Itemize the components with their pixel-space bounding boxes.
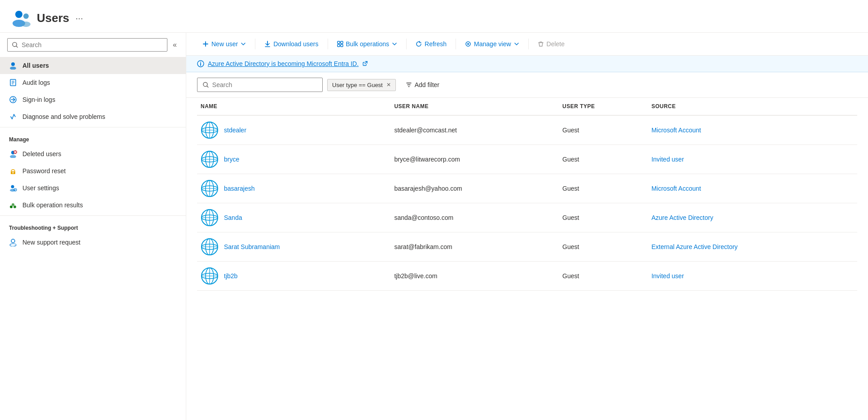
user-name-link[interactable]: bryce [224,156,239,163]
bulk-label: Bulk operations [346,40,390,48]
table-row: bryce bryce@litwarecorp.comGuestInvited … [197,145,857,174]
svg-point-30 [13,206,16,208]
svg-point-46 [200,62,201,63]
svg-rect-43 [540,42,542,43]
source-link[interactable]: Invited user [651,272,684,280]
source-link[interactable]: External Azure Active Directory [651,243,737,250]
sidebar-item-new-support[interactable]: New support request [0,234,186,251]
sidebar-search-input[interactable] [22,41,162,48]
sidebar-item-audit-logs[interactable]: Audit logs [0,74,186,91]
sidebar-item-label-diagnose: Diagnose and solve problems [22,113,105,120]
users-page-icon [11,7,32,29]
cell-usertype: Guest [559,174,648,203]
svg-point-18 [10,155,16,158]
user-name-link[interactable]: tjb2b [224,272,237,280]
toolbar-separator-5 [528,39,529,49]
add-filter-button[interactable]: Add filter [400,79,445,91]
user-avatar-icon [201,150,219,168]
filter-chip-remove-button[interactable]: ✕ [386,82,391,88]
sidebar-search-box[interactable] [7,38,167,52]
new-user-button[interactable]: New user [197,37,251,51]
all-users-icon [9,61,17,70]
deleted-users-icon [9,150,17,158]
main-content: New user Download users [186,33,868,420]
svg-line-15 [12,114,14,119]
manage-view-chevron-icon [514,41,519,47]
new-user-chevron-icon [241,41,246,47]
cell-source[interactable]: Microsoft Account [648,174,857,203]
sidebar-item-deleted-users[interactable]: Deleted users [0,145,186,162]
user-avatar-icon [201,267,219,285]
sidebar-item-label-audit-logs: Audit logs [22,79,50,86]
cell-username: sanda@contoso.com [390,203,559,232]
svg-point-23 [13,172,14,174]
svg-point-0 [15,11,22,18]
user-avatar-icon [201,179,219,197]
download-users-button[interactable]: Download users [259,37,324,51]
svg-point-42 [467,43,469,45]
user-name-link[interactable]: Sarat Subramaniam [224,243,280,250]
sidebar-item-diagnose[interactable]: Diagnose and solve problems [0,108,186,125]
main-search-box[interactable] [197,78,323,92]
sidebar-collapse-button[interactable]: « [171,39,179,51]
cell-name: Sanda [197,203,390,232]
cell-usertype: Guest [559,232,648,262]
svg-point-7 [10,67,16,70]
search-icon [12,42,18,48]
delete-icon [538,41,544,47]
cell-username: sarat@fabrikam.com [390,232,559,262]
table-row: basarajesh basarajesh@yahoo.comGuestMicr… [197,174,857,203]
diagnose-icon [9,113,17,121]
source-link[interactable]: Microsoft Account [651,127,701,134]
user-name-link[interactable]: Sanda [224,214,242,221]
source-link[interactable]: Azure Active Directory [651,214,713,221]
col-header-usertype: USER TYPE [559,98,648,115]
cell-source[interactable]: External Azure Active Directory [648,232,857,262]
user-name-link[interactable]: basarajesh [224,185,255,192]
sidebar-item-user-settings[interactable]: User settings [0,179,186,197]
download-icon [264,41,271,47]
cell-source[interactable]: Azure Active Directory [648,203,857,232]
cell-source[interactable]: Invited user [648,262,857,291]
sidebar-item-bulk-results[interactable]: Bulk operation results [0,197,186,214]
bulk-operations-button[interactable]: Bulk operations [332,37,403,51]
delete-label: Delete [547,40,565,48]
manage-view-button[interactable]: Manage view [460,37,525,51]
sidebar-item-label-new-support: New support request [22,239,80,246]
main-search-input[interactable] [212,81,317,88]
source-link[interactable]: Microsoft Account [651,185,701,192]
manage-view-icon [465,41,471,47]
svg-point-24 [11,185,14,188]
svg-rect-40 [341,44,343,47]
info-icon [197,60,204,67]
manage-section-label: Manage [0,129,186,145]
cell-username: stdealer@comcast.net [390,115,559,145]
svg-line-16 [14,114,15,117]
user-settings-icon [9,184,17,192]
main-search-icon [203,82,209,88]
svg-rect-38 [341,41,343,44]
sidebar-divider-1 [0,127,186,127]
source-link[interactable]: Invited user [651,156,684,163]
cell-username: basarajesh@yahoo.com [390,174,559,203]
user-avatar-icon [201,238,219,256]
toolbar-separator-2 [328,39,328,49]
sidebar-item-password-reset[interactable]: Password reset [0,162,186,179]
page-title: Users [37,11,69,25]
delete-button[interactable]: Delete [532,37,570,51]
header-more-button[interactable]: ··· [75,13,83,23]
sidebar-item-sign-in-logs[interactable]: Sign-in logs [0,91,186,108]
table-row: stdealer stdealer@comcast.netGuestMicros… [197,115,857,145]
main-layout: « All users Audit logs [0,33,868,420]
cell-usertype: Guest [559,145,648,174]
table-row: tjb2b tjb2b@live.comGuestInvited user [197,262,857,291]
bulk-results-icon [9,201,17,209]
user-name-link[interactable]: stdealer [224,127,246,134]
cell-source[interactable]: Microsoft Account [648,115,857,145]
table-row: Sanda sanda@contoso.comGuestAzure Active… [197,203,857,232]
cell-source[interactable]: Invited user [648,145,857,174]
sidebar-item-all-users[interactable]: All users [0,57,186,74]
user-type-filter-chip: User type == Guest ✕ [327,79,396,91]
info-banner-link[interactable]: Azure Active Directory is becoming Micro… [208,60,359,67]
refresh-button[interactable]: Refresh [410,37,452,51]
